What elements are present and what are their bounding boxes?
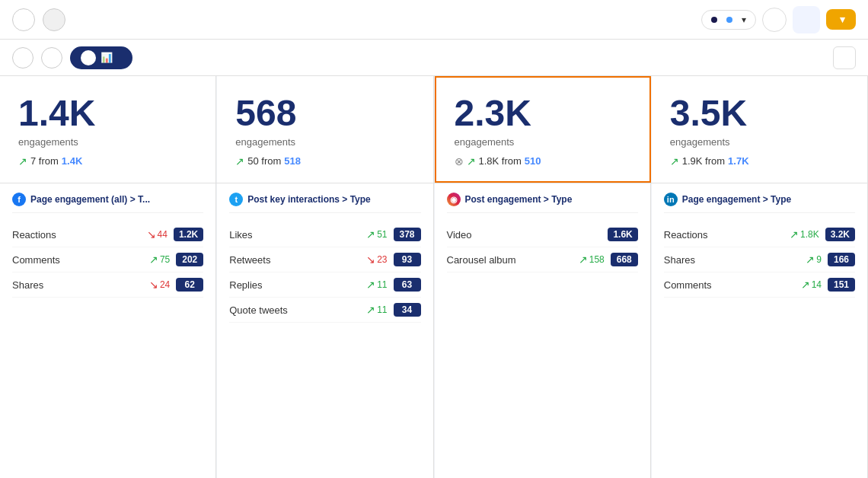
primary-period-dot xyxy=(711,17,717,23)
row-label: Comments xyxy=(664,279,795,291)
row-change: ↘44 xyxy=(147,228,168,241)
metric-value: 3.5K xyxy=(670,95,849,132)
row-change: ↗11 xyxy=(366,304,387,316)
trend-up-icon: ↗ xyxy=(366,279,375,291)
detail-card-title: Page engagement (all) > T... xyxy=(30,194,150,205)
change-amount: 1.9K from xyxy=(682,155,725,167)
change-val: 1.8K xyxy=(800,229,819,240)
metric-change: ↗ 7 from 1.4K xyxy=(18,155,197,167)
metric-card-1[interactable]: 568 engagements ↗ 50 from 518 xyxy=(217,76,433,183)
row-label: Retweets xyxy=(229,254,360,266)
row-badge: 34 xyxy=(394,303,421,317)
change-val: 51 xyxy=(377,229,387,240)
metric-label: engagements xyxy=(455,136,631,148)
change-amount: 7 from xyxy=(30,155,59,167)
user-button[interactable] xyxy=(793,6,820,33)
change-amount: 1.8K from xyxy=(479,155,522,167)
trend-down-icon: ↘ xyxy=(366,253,375,266)
row-change: ↗51 xyxy=(366,228,387,241)
trend-up-icon: ↗ xyxy=(235,155,244,167)
detail-card-li: in Page engagement > Type Reactions ↗1.8… xyxy=(652,183,868,478)
trend-up-icon: ↗ xyxy=(801,279,810,291)
metric-value: 2.3K xyxy=(455,95,631,132)
metric-card-0[interactable]: 1.4K engagements ↗ 7 from 1.4K xyxy=(0,76,216,183)
change-amount: 50 from xyxy=(247,155,281,167)
metric-value: 568 xyxy=(235,95,414,132)
ig-platform-icon: ◉ xyxy=(447,193,461,206)
header-right: ▾ ▾ xyxy=(701,6,856,33)
metrics-row: 1.4K engagements ↗ 7 from 1.4K 568 engag… xyxy=(0,76,868,183)
filter-button[interactable] xyxy=(833,46,856,69)
edit-button[interactable] xyxy=(43,8,65,31)
row-change: ↗1.8K xyxy=(790,228,819,241)
row-change: ↗9 xyxy=(806,253,822,266)
detail-card-header: ◉ Post engagement > Type xyxy=(447,193,638,213)
detail-row: Retweets ↘23 93 xyxy=(229,247,420,272)
download-button[interactable]: ▾ xyxy=(826,9,856,30)
change-val: 9 xyxy=(816,254,822,265)
metric-change: ↗ 50 from 518 xyxy=(235,155,414,167)
metric-label: engagements xyxy=(18,136,197,148)
trend-up-icon: ↗ xyxy=(366,304,375,316)
row-badge: 668 xyxy=(611,253,638,266)
row-badge: 202 xyxy=(176,253,203,266)
row-label: Shares xyxy=(12,279,143,291)
accounts-filter-button[interactable]: 📊 xyxy=(70,46,132,69)
detail-row: Likes ↗51 378 xyxy=(229,222,420,247)
main-content: 1.4K engagements ↗ 7 from 1.4K 568 engag… xyxy=(0,76,868,478)
trend-up-icon: ↗ xyxy=(467,155,476,167)
detail-card-fb: f Page engagement (all) > T... Reactions… xyxy=(0,183,216,478)
metric-label: engagements xyxy=(235,136,414,148)
li-platform-icon: in xyxy=(664,193,678,206)
row-badge: 1.6K xyxy=(608,228,637,241)
detail-row: Video 1.6K xyxy=(447,222,638,247)
row-change: ↗11 xyxy=(366,279,387,291)
compare-value: 518 xyxy=(284,155,301,167)
change-val: 75 xyxy=(160,254,170,265)
chat-button[interactable] xyxy=(41,47,62,69)
trend-up-icon: ↗ xyxy=(18,155,27,167)
row-badge: 62 xyxy=(176,278,203,292)
metric-card-2[interactable]: 2.3K engagements ⊗↗ 1.8K from 510 xyxy=(435,76,651,183)
row-badge: 166 xyxy=(828,253,855,266)
chevron-down-icon: ▾ xyxy=(742,14,746,25)
detail-row: Shares ↘24 62 xyxy=(12,272,203,298)
more-options-button[interactable] xyxy=(762,8,787,32)
tw-platform-icon: t xyxy=(229,193,243,206)
trend-up-icon: ↗ xyxy=(579,253,588,266)
detail-row: Shares ↗9 166 xyxy=(664,247,855,272)
change-val: 158 xyxy=(589,254,605,265)
accounts-count xyxy=(81,50,96,65)
date-range-button[interactable]: ▾ xyxy=(701,10,756,30)
change-val: 14 xyxy=(812,279,822,290)
detail-row: Reactions ↗1.8K 3.2K xyxy=(664,222,855,247)
row-label: Quote tweets xyxy=(229,304,360,316)
row-label: Video xyxy=(447,229,596,241)
detail-card-title: Page engagement > Type xyxy=(682,194,792,205)
header: ▾ ▾ xyxy=(0,0,868,40)
bar-chart-icon: 📊 xyxy=(101,52,113,63)
trend-down-icon: ↘ xyxy=(149,279,158,291)
row-change: ↘23 xyxy=(366,253,387,266)
row-change: ↗75 xyxy=(149,253,170,266)
row-badge: 151 xyxy=(828,278,855,292)
detail-card-header: f Page engagement (all) > T... xyxy=(12,193,203,213)
add-widget-button[interactable] xyxy=(12,47,34,69)
row-label: Reactions xyxy=(664,229,783,241)
detail-card-header: t Post key interactions > Type xyxy=(229,193,420,213)
metric-card-3[interactable]: 3.5K engagements ↗ 1.9K from 1.7K xyxy=(652,76,868,183)
trend-up-icon: ↗ xyxy=(366,228,375,241)
row-label: Likes xyxy=(229,229,360,241)
details-row: f Page engagement (all) > T... Reactions… xyxy=(0,183,868,478)
metric-label: engagements xyxy=(670,136,849,148)
detail-row: Replies ↗11 63 xyxy=(229,272,420,298)
chevron-down-icon: ▾ xyxy=(840,14,845,25)
secondary-period-dot xyxy=(726,17,732,23)
trend-up-icon: ↗ xyxy=(806,253,815,266)
row-label: Reactions xyxy=(12,229,141,241)
back-button[interactable] xyxy=(12,8,35,31)
detail-row: Comments ↗75 202 xyxy=(12,247,203,272)
toolbar: 📊 xyxy=(0,40,868,76)
row-badge: 378 xyxy=(394,228,421,241)
row-label: Replies xyxy=(229,279,360,291)
